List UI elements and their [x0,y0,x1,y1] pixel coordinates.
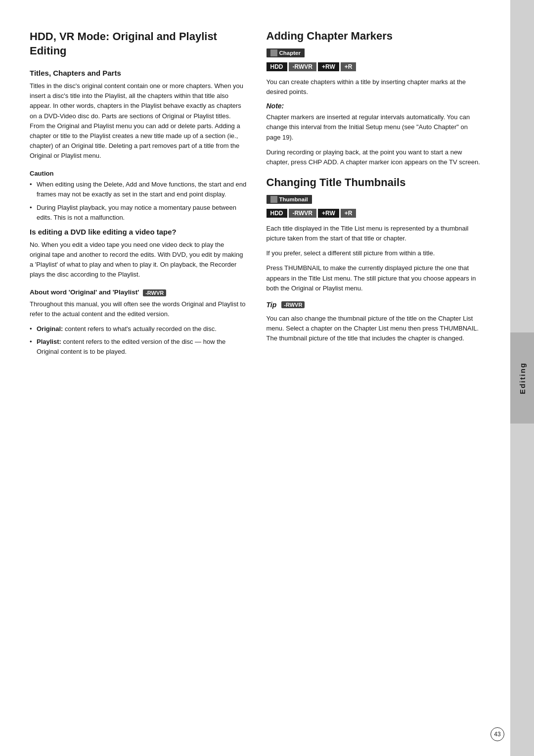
about-word-heading: About word 'Original' and 'Playlist' -RW… [30,288,247,296]
titles-chapters-heading: Titles, Chapters and Parts [30,69,247,77]
compat-rwvr-2: -RWVR [289,209,316,218]
compat-rw-1: +RW [318,62,339,71]
caution-item-2: During Playlist playback, you may notice… [30,203,247,223]
chapter-icon [270,49,277,56]
playlist-text: content refers to the edited version of … [37,338,225,355]
chapter-badge-label: Chapter [279,50,301,56]
thumbnail-body-1: Each title displayed in the Title List m… [267,224,484,243]
dvd-editing-heading: Is editing a DVD like editing a video ta… [30,228,247,236]
tip-block: Tip -RWVR You can also change the thumbn… [267,298,484,343]
editing-tab: Editing [510,332,534,424]
compat-hdd-1: HDD [267,62,287,71]
compat-r-1: +R [341,62,356,71]
thumbnail-body-2: If you prefer, select a different still … [267,248,484,258]
tip-text: You can also change the thumbnail pictur… [267,314,484,343]
compat-r-2: +R [341,209,356,218]
playlist-bold: Playlist: [37,338,61,345]
tip-label-row: Tip -RWVR [267,298,484,311]
changing-thumbnails-heading: Changing Title Thumbnails [267,176,484,189]
compat-hdd-2: HDD [267,209,287,218]
right-tab: Editing [510,0,534,756]
section-dvd-editing: Is editing a DVD like editing a video ta… [30,228,247,280]
note-label-1: Note: [267,102,484,110]
titles-chapters-body: Titles in the disc's original content co… [30,81,247,161]
right-column: Adding Chapter Markers Chapter HDD -RWVR… [267,30,484,716]
note-text-2: During recording or playing back, at the… [267,147,484,167]
section-about-word: About word 'Original' and 'Playlist' -RW… [30,288,247,357]
about-word-item-playlist: Playlist: content refers to the edited v… [30,337,247,357]
about-word-list: Original: content refers to what's actua… [30,324,247,357]
thumbnail-compat-bar: HDD -RWVR +RW +R [267,209,484,218]
main-title: HDD, VR Mode: Original and Playlist Edit… [30,30,247,58]
compat-rwvr-1: -RWVR [289,62,316,71]
editing-tab-label: Editing [518,362,527,394]
thumbnail-icon [270,196,277,203]
about-word-item-original: Original: content refers to what's actua… [30,324,247,334]
original-bold: Original: [37,325,63,332]
caution-label: Caution [30,170,247,177]
left-column: HDD, VR Mode: Original and Playlist Edit… [30,30,247,716]
caution-block: Caution When editing using the Delete, A… [30,170,247,223]
thumbnail-body-3: Press THUMBNAIL to make the currently di… [267,263,484,293]
thumbnail-icon-badge: Thumbnail [267,195,312,204]
adding-chapter-heading: Adding Chapter Markers [267,30,484,43]
section-titles-chapters: Titles, Chapters and Parts Titles in the… [30,69,247,161]
tip-label: Tip [267,301,277,309]
tip-rwvr-badge: -RWVR [281,301,305,308]
rwvr-badge: -RWVR [143,289,166,296]
chapter-body: You can create chapters within a title b… [267,77,484,97]
about-word-body: Throughout this manual, you will often s… [30,299,247,319]
note-text-1: Chapter markers are inserted at regular … [267,112,484,142]
page-number: 43 [490,727,504,741]
caution-item-1: When editing using the Delete, Add and M… [30,180,247,199]
section-changing-thumbnails: Changing Title Thumbnails Thumbnail HDD … [267,176,484,343]
thumbnail-badge-label: Thumbnail [279,196,308,202]
chapter-compat-bar: HDD -RWVR +RW +R [267,62,484,71]
section-adding-chapter: Adding Chapter Markers Chapter HDD -RWVR… [267,30,484,167]
caution-list: When editing using the Delete, Add and M… [30,180,247,223]
original-text: content refers to what's actually record… [63,325,216,332]
compat-rw-2: +RW [318,209,339,218]
dvd-editing-body: No. When you edit a video tape you need … [30,240,247,280]
chapter-icon-badge: Chapter [267,48,305,57]
about-word-text: About word 'Original' and 'Playlist' [30,288,139,296]
